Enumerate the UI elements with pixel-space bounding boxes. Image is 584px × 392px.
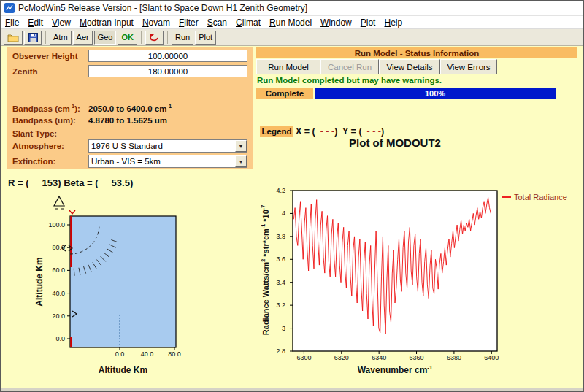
menu-help[interactable]: Help: [380, 17, 407, 28]
left-arrow-icon: [62, 245, 66, 251]
chart-legend: Total Radiance: [502, 193, 567, 201]
chart-plot-area[interactable]: [293, 191, 497, 351]
slant-type-label: Slant Type:: [12, 129, 57, 138]
chart-title: Plot of MODOUT2: [293, 137, 497, 149]
undo-button[interactable]: [145, 31, 164, 45]
toolbar: Atm Aer Geo OK Run Plot: [1, 29, 583, 46]
zenith-input[interactable]: [88, 65, 247, 77]
menu-modtran-input[interactable]: Modtran Input: [75, 17, 138, 28]
window-title: PcModWin5 Release Version - [Slant to Sp…: [18, 3, 307, 13]
wavenumber-axis-label: Wavenumber cm-1: [293, 364, 497, 375]
view-details-button[interactable]: View Details: [379, 59, 440, 74]
menu-climat[interactable]: Climat: [231, 17, 265, 28]
plot-button[interactable]: Plot: [195, 31, 216, 45]
geometry-x-axis-label: Altitude Km: [70, 365, 176, 375]
undo-arrow-icon: [149, 33, 160, 42]
chevron-down-icon[interactable]: ▼: [235, 140, 247, 152]
parameter-panel: Observer Height Zenith Bandpass (cm-1): …: [7, 47, 253, 169]
aer-button[interactable]: Aer: [73, 31, 93, 45]
toolbar-separator: [141, 31, 142, 44]
menu-plot[interactable]: Plot: [356, 17, 380, 28]
atmosphere-label: Atmosphere:: [12, 142, 64, 150]
bandpass-cm-value: 2050.0 to 6400.0 cm-1: [88, 103, 172, 113]
menu-filter[interactable]: Filter: [174, 17, 203, 28]
bandpass-um-value: 4.8780 to 1.5625 um: [88, 116, 167, 125]
atmosphere-value: 1976 U S Standard: [89, 142, 235, 150]
progress-bar: 100%: [315, 88, 556, 99]
legend-line-swatch: [502, 196, 511, 198]
status-message: Run Model completed but may have warning…: [257, 76, 442, 85]
menu-view[interactable]: View: [47, 17, 75, 28]
observer-height-input[interactable]: [88, 50, 247, 62]
bandpass-um-label: Bandpass (um):: [12, 116, 76, 125]
down-chevron-icon: [69, 210, 75, 214]
extinction-select[interactable]: Urban - VIS = 5km ▼: [88, 155, 247, 168]
observer-height-label: Observer Height: [12, 52, 77, 61]
status-header: Run Model - Status Information: [256, 47, 577, 58]
zenith-label: Zenith: [12, 67, 38, 76]
complete-label: Complete: [256, 88, 313, 99]
menu-novam[interactable]: Novam: [138, 17, 174, 28]
open-button[interactable]: [4, 31, 23, 45]
modout-chart[interactable]: [287, 189, 503, 358]
geometry-plot-area[interactable]: [70, 216, 176, 347]
folder-open-icon: [7, 33, 19, 42]
cursor-readout: X = ( - - -) Y = ( - - -): [296, 126, 384, 137]
run-button[interactable]: Run: [172, 31, 193, 45]
menu-run-model[interactable]: Run Model: [265, 17, 316, 28]
progress-text: 100%: [425, 89, 445, 98]
geometry-plot[interactable]: [52, 194, 179, 352]
run-model-button[interactable]: Run Model: [256, 59, 320, 74]
zenith-marker-icon: [54, 196, 64, 206]
legend-series-label: Total Radiance: [514, 193, 567, 201]
view-errors-button[interactable]: View Errors: [440, 59, 497, 74]
menu-window[interactable]: Window: [316, 17, 356, 28]
extinction-value: Urban - VIS = 5km: [89, 157, 235, 166]
app-icon: [4, 3, 15, 13]
floppy-disk-icon: [28, 33, 38, 42]
r-beta-readout: R = ( 153) Beta = ( 53.5): [8, 177, 133, 188]
ok-button[interactable]: OK: [118, 31, 137, 45]
status-bar: [1, 388, 583, 392]
menu-bar: File Edit View Modtran Input Novam Filte…: [1, 16, 583, 29]
pcmodwin-window: PcModWin5 Release Version - [Slant to Sp…: [0, 0, 584, 392]
toolbar-separator: [167, 31, 168, 44]
geometry-y-axis-label: Altitude Km: [34, 216, 45, 347]
cancel-run-button: Cancel Run: [320, 59, 379, 74]
bandpass-cm-label: Bandpass (cm-1):: [12, 103, 80, 113]
save-button[interactable]: [24, 31, 42, 45]
menu-edit[interactable]: Edit: [23, 17, 47, 28]
toolbar-separator: [45, 31, 46, 44]
atmosphere-select[interactable]: 1976 U S Standard ▼: [88, 139, 247, 153]
chevron-down-icon[interactable]: ▼: [235, 155, 247, 167]
menu-file[interactable]: File: [1, 17, 23, 28]
legend-chip: Legend: [260, 126, 293, 137]
menu-scan[interactable]: Scan: [203, 17, 231, 28]
extinction-label: Extinction:: [12, 157, 55, 166]
title-bar: PcModWin5 Release Version - [Slant to Sp…: [1, 1, 583, 16]
atm-button[interactable]: Atm: [50, 31, 72, 45]
geo-button[interactable]: Geo: [94, 31, 117, 45]
radiance-axis-label: Radiance Watts/cm2 *str*cm-1 *10-7: [261, 189, 270, 351]
